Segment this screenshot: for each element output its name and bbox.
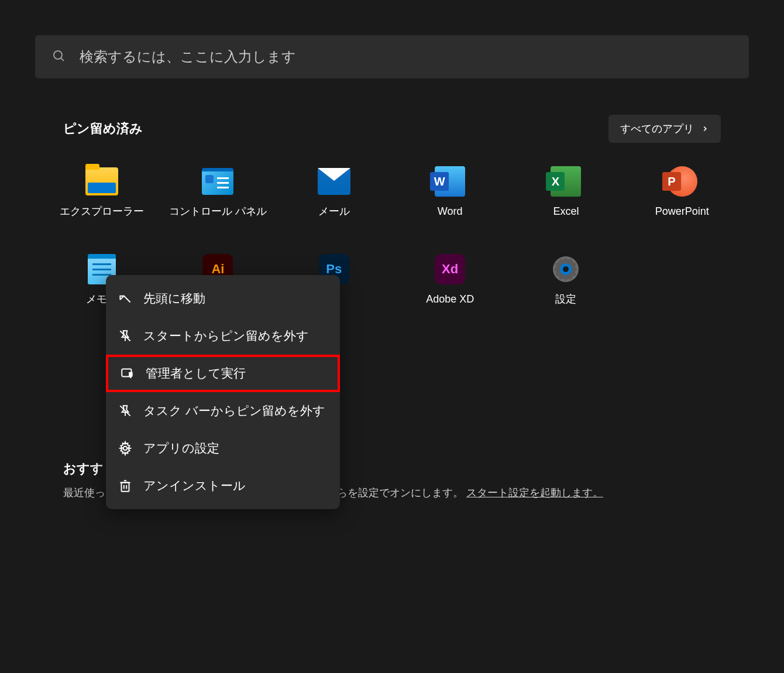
svg-point-10 — [123, 447, 128, 451]
menu-label: アプリの設定 — [143, 440, 219, 456]
app-powerpoint[interactable]: PowerPoint — [624, 158, 740, 246]
word-icon — [434, 165, 466, 198]
app-label: Adobe XD — [426, 293, 474, 306]
context-menu: 先頭に移動 スタートからピン留めを外す 管理者として実行 タスク バーからピン留… — [106, 275, 340, 509]
app-control-panel[interactable]: コントロール パネル — [160, 158, 276, 246]
menu-unpin-start[interactable]: スタートからピン留めを外す — [106, 317, 340, 355]
unpin-icon — [118, 328, 133, 344]
powerpoint-icon — [666, 165, 699, 198]
app-settings[interactable]: 設定 — [508, 246, 624, 334]
menu-label: タスク バーからピン留めを外す — [143, 403, 325, 419]
app-label: メール — [318, 205, 350, 218]
app-explorer[interactable]: エクスプローラー — [44, 158, 160, 246]
menu-app-settings[interactable]: アプリの設定 — [106, 430, 340, 467]
app-label: Excel — [553, 205, 579, 218]
menu-label: 先頭に移動 — [143, 290, 205, 307]
app-adobe-xd[interactable]: Xd Adobe XD — [392, 246, 508, 334]
control-panel-icon — [201, 165, 234, 198]
svg-point-4 — [563, 266, 569, 272]
start-settings-link[interactable]: スタート設定を起動します。 — [466, 487, 603, 499]
recommended-section: おすす — [63, 460, 104, 478]
move-to-front-icon — [118, 291, 133, 306]
menu-label: スタートからピン留めを外す — [143, 328, 309, 344]
app-mail[interactable]: メール — [276, 158, 392, 246]
chevron-right-icon — [701, 125, 709, 133]
uninstall-icon — [118, 478, 133, 493]
settings-icon — [549, 253, 582, 286]
pinned-title: ピン留め済み — [63, 120, 143, 138]
folder-icon — [85, 165, 118, 198]
app-label: コントロール パネル — [169, 205, 267, 218]
app-label: PowerPoint — [655, 205, 709, 218]
pinned-header: ピン留め済み すべてのアプリ — [63, 115, 721, 143]
all-apps-button[interactable]: すべてのアプリ — [608, 115, 721, 143]
app-label: エクスプローラー — [60, 205, 144, 218]
run-as-admin-icon — [120, 366, 135, 381]
menu-move-to-front[interactable]: 先頭に移動 — [106, 280, 340, 317]
app-label: Word — [438, 205, 463, 218]
svg-rect-11 — [122, 483, 129, 492]
app-word[interactable]: Word — [392, 158, 508, 246]
recommended-title: おすす — [63, 460, 104, 478]
search-bar[interactable]: 検索するには、ここに入力します — [35, 35, 749, 78]
xd-icon: Xd — [434, 253, 466, 286]
app-label: 設定 — [555, 293, 576, 306]
menu-uninstall[interactable]: アンインストール — [106, 467, 340, 504]
menu-run-as-admin[interactable]: 管理者として実行 — [106, 355, 340, 392]
svg-line-1 — [61, 58, 64, 61]
app-settings-icon — [118, 441, 133, 456]
app-excel[interactable]: Excel — [508, 158, 624, 246]
search-placeholder: 検索するには、ここに入力します — [80, 47, 296, 66]
menu-unpin-taskbar[interactable]: タスク バーからピン留めを外す — [106, 392, 340, 430]
search-icon — [51, 49, 80, 65]
all-apps-label: すべてのアプリ — [620, 122, 694, 136]
menu-label: 管理者として実行 — [146, 365, 246, 382]
unpin-taskbar-icon — [118, 403, 133, 418]
mail-icon — [318, 165, 350, 198]
excel-icon — [549, 165, 582, 198]
svg-point-0 — [54, 51, 62, 59]
menu-label: アンインストール — [143, 478, 246, 494]
